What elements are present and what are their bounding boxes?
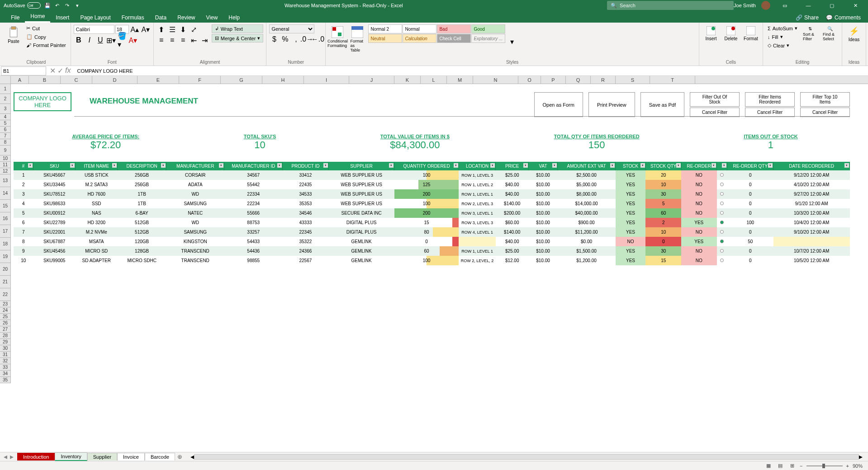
align-left-icon[interactable]: ≡ [157, 35, 166, 45]
percent-icon[interactable]: % [280, 34, 290, 44]
format-painter-button[interactable]: 🖌 Format Painter [24, 42, 68, 49]
col-header-F[interactable]: F [179, 76, 221, 84]
tab-help[interactable]: Help [223, 13, 245, 23]
tab-page-layout[interactable]: Page Layout [75, 13, 116, 23]
align-bottom-icon[interactable]: ⬇ [178, 24, 188, 34]
style-normal2[interactable]: Normal 2 [368, 24, 402, 33]
currency-icon[interactable]: $ [269, 34, 279, 44]
cut-button[interactable]: ✂ Cut [24, 24, 68, 32]
ideas-button[interactable]: ⚡Ideas [845, 24, 863, 44]
decrease-indent-icon[interactable]: ⇤ [189, 35, 199, 45]
col-header-I[interactable]: I [304, 76, 349, 84]
style-good[interactable]: Good [471, 24, 505, 33]
paste-button[interactable]: Paste [5, 24, 23, 46]
maximize-button[interactable]: ▢ [823, 0, 841, 11]
undo-icon[interactable]: ↶ [54, 2, 61, 9]
italic-button[interactable]: I [85, 35, 95, 45]
format-as-table-button[interactable]: Format as Table [348, 24, 366, 54]
col-header-N[interactable]: N [473, 76, 518, 84]
find-select-button[interactable]: 🔍Find & Select [821, 24, 839, 43]
col-header-A[interactable]: A [11, 76, 29, 84]
user-avatar[interactable] [761, 1, 770, 10]
fx-icon[interactable]: fx [65, 66, 71, 75]
font-color-button[interactable]: A▾ [128, 35, 138, 45]
tab-formulas[interactable]: Formulas [116, 13, 150, 23]
autosum-button[interactable]: Σ AutoSum ▾ [766, 24, 799, 32]
redo-icon[interactable]: ↷ [64, 2, 71, 9]
increase-font-icon[interactable]: A▴ [130, 24, 140, 34]
select-all-corner[interactable] [0, 76, 11, 84]
col-header-G[interactable]: G [221, 76, 262, 84]
tab-insert[interactable]: Insert [50, 13, 75, 23]
merge-center-button[interactable]: ⊟ Merge & Center ▾ [212, 34, 264, 42]
wrap-text-button[interactable]: ↲ Wrap Text [212, 24, 264, 33]
col-header-R[interactable]: R [591, 76, 616, 84]
font-name-select[interactable] [74, 25, 114, 34]
col-header-H[interactable]: H [262, 76, 304, 84]
underline-button[interactable]: U [95, 35, 105, 45]
autosave-toggle[interactable]: AutoSave Off [4, 2, 41, 9]
close-button[interactable]: ✕ [846, 0, 864, 11]
tab-home[interactable]: Home [25, 11, 50, 23]
conditional-formatting-button[interactable]: Conditional Formatting [328, 24, 346, 50]
align-right-icon[interactable]: ≡ [178, 35, 188, 45]
group-ideas: Ideas [845, 59, 863, 65]
fill-button[interactable]: ↓ Fill ▾ [766, 33, 799, 41]
tab-review[interactable]: Review [172, 13, 200, 23]
increase-indent-icon[interactable]: ⇥ [200, 35, 210, 45]
minimize-button[interactable]: ― [799, 0, 817, 11]
decrease-font-icon[interactable]: A▾ [141, 24, 151, 34]
clear-button[interactable]: ◇ Clear ▾ [766, 42, 799, 49]
col-header-O[interactable]: O [518, 76, 541, 84]
style-explanatory[interactable]: Explanatory ... [471, 34, 505, 43]
save-icon[interactable]: 💾 [44, 2, 51, 9]
decrease-decimal-icon[interactable]: ←.0 [313, 34, 323, 44]
format-cells-button[interactable]: Format [742, 24, 760, 43]
col-header-J[interactable]: J [349, 76, 394, 84]
formula-input[interactable] [74, 68, 868, 74]
find-icon: 🔍 [827, 26, 833, 31]
tab-file[interactable]: File [5, 13, 25, 23]
search-box[interactable]: 🔍 Search [607, 1, 734, 10]
col-header-M[interactable]: M [447, 76, 473, 84]
qat-dropdown-icon[interactable]: ▾ [74, 2, 81, 9]
col-header-L[interactable]: L [421, 76, 447, 84]
cancel-formula-icon[interactable]: ✕ [50, 66, 56, 75]
col-header-S[interactable]: S [616, 76, 650, 84]
col-header-D[interactable]: D [92, 76, 138, 84]
comments-button[interactable]: 💬 Comments [824, 13, 863, 23]
align-top-icon[interactable]: ⬆ [157, 24, 166, 34]
col-header-T[interactable]: T [650, 76, 695, 84]
col-header-K[interactable]: K [394, 76, 421, 84]
insert-cells-button[interactable]: Insert [702, 24, 720, 43]
borders-button[interactable]: ⊞▾ [106, 35, 116, 45]
bold-button[interactable]: B [74, 35, 84, 45]
name-box[interactable] [1, 66, 46, 75]
enter-formula-icon[interactable]: ✓ [57, 66, 63, 75]
style-neutral[interactable]: Neutral [368, 34, 402, 43]
increase-decimal-icon[interactable]: .0→ [302, 34, 312, 44]
style-normal[interactable]: Normal [403, 24, 436, 33]
col-header-P[interactable]: P [541, 76, 566, 84]
tab-view[interactable]: View [201, 13, 223, 23]
tab-data[interactable]: Data [150, 13, 172, 23]
col-header-Q[interactable]: Q [566, 76, 591, 84]
delete-cells-button[interactable]: Delete [722, 24, 740, 43]
share-button[interactable]: 🔗 Share [794, 13, 821, 23]
col-header-E[interactable]: E [138, 76, 179, 84]
number-format-select[interactable]: General [269, 24, 314, 33]
col-header-B[interactable]: B [29, 76, 61, 84]
fill-color-button[interactable]: 🪣▾ [117, 35, 127, 45]
copy-button[interactable]: 📋 Copy [24, 33, 68, 41]
styles-gallery-more-icon[interactable]: ▾ [507, 37, 517, 47]
orientation-icon[interactable]: ⤢ [189, 24, 199, 34]
style-bad[interactable]: Bad [437, 24, 471, 33]
col-header-C[interactable]: C [61, 76, 92, 84]
style-check-cell[interactable]: Check Cell [437, 34, 471, 43]
ribbon-display-icon[interactable]: ▭ [776, 0, 794, 11]
comma-icon[interactable]: , [291, 34, 301, 44]
align-middle-icon[interactable]: ☰ [167, 24, 177, 34]
style-calculation[interactable]: Calculation [403, 34, 436, 43]
align-center-icon[interactable]: ≡ [167, 35, 177, 45]
sort-filter-button[interactable]: ⇅Sort & Filter [801, 24, 819, 43]
